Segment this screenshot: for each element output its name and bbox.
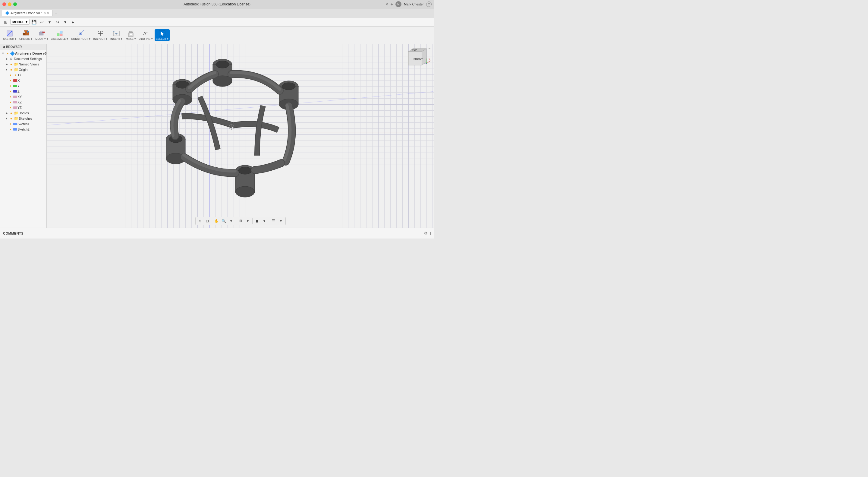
addins-icon: A + [142, 30, 150, 37]
tree-origin-xz[interactable]: ● XZ [0, 99, 46, 105]
toolbar-make[interactable]: MAKE ▾ [124, 29, 137, 41]
namedviews-visibility-icon[interactable]: ● [9, 62, 13, 66]
snap-button[interactable]: ⊕ [197, 218, 204, 224]
svg-rect-10 [57, 33, 59, 36]
environment-button[interactable]: ☰ [270, 218, 277, 224]
redo-button[interactable]: ↪ [54, 19, 61, 25]
toolbar-addins[interactable]: A + ADD-INS ▾ [138, 29, 154, 41]
toolbar-select[interactable]: SELECT ▾ [155, 29, 170, 41]
toolbar-inspect[interactable]: INSPECT ▾ [92, 29, 108, 41]
window-controls[interactable] [2, 2, 17, 6]
tree-bodies[interactable]: ▶ ● 📁 Bodies [0, 110, 46, 116]
insert-icon [113, 30, 120, 37]
make-icon [127, 30, 134, 37]
tree-origin-x[interactable]: ● X [0, 78, 46, 83]
add-tab-button[interactable]: + [53, 10, 59, 16]
quick-toolbar: ⊞ MODEL ▾ 💾 ↩ ▾ ↪ ▾ ▸ [0, 18, 434, 27]
z-visibility-icon[interactable]: ● [8, 89, 13, 93]
title-bar: Autodesk Fusion 360 (Education License) … [0, 0, 434, 8]
tree-origin[interactable]: ▼ ● 📁 Origin [0, 67, 46, 72]
viewport[interactable]: X Y Z FRONT TOP ⊕ ⊡ ✋ 🔍 ▾ 🖥 ▾ [47, 44, 434, 228]
add-tab-icon[interactable]: + [391, 2, 393, 7]
toolbar-assemble[interactable]: ASSEMBLE ▾ [50, 29, 69, 41]
maximize-button[interactable] [13, 2, 17, 6]
bodies-visibility-icon[interactable]: ● [9, 111, 13, 115]
toolbar-modify[interactable]: MODIFY ▾ [34, 29, 49, 41]
tree-namedviews[interactable]: ▶ ● 📁 Named Views [0, 61, 46, 67]
control-divider-3 [252, 218, 253, 224]
minimize-button[interactable] [8, 2, 11, 6]
zoom-dropdown[interactable]: ▾ [228, 218, 235, 224]
svg-text:TOP: TOP [412, 49, 417, 51]
yz-visibility-icon[interactable]: ● [8, 106, 13, 110]
sketch1-visibility-icon[interactable]: ● [8, 122, 13, 126]
sidebar-collapse-icon[interactable]: ◀ [2, 45, 5, 49]
tree-sketch2[interactable]: ● Sketch2 [0, 127, 46, 132]
svg-point-23 [114, 31, 115, 32]
display-button[interactable]: 🖥 [237, 218, 244, 224]
undo-dropdown[interactable]: ▾ [46, 19, 53, 25]
undo-button[interactable]: ↩ [38, 19, 45, 25]
pan-button[interactable]: ✋ [213, 218, 220, 224]
origin-label: Origin [19, 68, 27, 71]
sketch-label: SKETCH ▾ [3, 37, 16, 40]
tree-origin-yz[interactable]: ● YZ [0, 105, 46, 110]
save-button[interactable]: 💾 [31, 19, 37, 25]
svg-point-15 [80, 33, 82, 34]
sidebar-tree: ▼ ● 🔷 Airgineers Drone v0 ⊙ ▶ ⚙ Document… [0, 50, 46, 228]
comments-settings-icon[interactable]: ⚙ [424, 231, 428, 236]
sketches-label: Sketches [19, 117, 32, 120]
toolbar-construct[interactable]: CONSTRUCT ▾ [70, 29, 92, 41]
tab-close-icon[interactable]: × [47, 11, 49, 15]
help-icon[interactable]: ? [426, 1, 432, 7]
x-visibility-icon[interactable]: ● [8, 79, 13, 83]
bodies-folder-icon: 📁 [14, 111, 18, 115]
view-cube[interactable]: X Y Z FRONT TOP [407, 47, 431, 71]
toolbar-create[interactable]: + CREATE ▾ [18, 29, 33, 41]
display-dropdown[interactable]: ▾ [244, 218, 251, 224]
environment-dropdown[interactable]: ▾ [278, 218, 284, 224]
sketch2-visibility-icon[interactable]: ● [8, 127, 13, 131]
more-button[interactable]: ▸ [70, 19, 76, 25]
svg-rect-11 [60, 31, 62, 33]
app-title: Autodesk Fusion 360 (Education License) [184, 2, 250, 6]
tree-root[interactable]: ▼ ● 🔷 Airgineers Drone v0 ⊙ [0, 51, 46, 56]
y-visibility-icon[interactable]: ● [8, 84, 13, 88]
sketches-visibility-icon[interactable]: ● [9, 116, 13, 121]
redo-dropdown[interactable]: ▾ [62, 19, 69, 25]
insert-label: INSERT ▾ [110, 37, 122, 40]
visual-style-button[interactable]: ◼ [254, 218, 260, 224]
tree-sketches[interactable]: ▼ ● 📁 Sketches [0, 116, 46, 121]
tree-origin-y[interactable]: ● Y [0, 83, 46, 89]
root-arrow: ▼ [1, 52, 5, 55]
tab-drone[interactable]: 🔷 Airgineers Drone v0 * ⊙ × [2, 10, 53, 16]
model-dropdown[interactable]: MODEL ▾ [10, 19, 30, 25]
y-label: Y [18, 84, 20, 88]
tree-origin-z[interactable]: ● Z [0, 89, 46, 94]
root-visibility-icon[interactable]: ● [5, 51, 10, 56]
svg-point-40 [216, 61, 229, 68]
comments-collapse-icon[interactable]: | [430, 232, 431, 235]
tree-sketch1[interactable]: ● Sketch1 [0, 121, 46, 127]
origin-visibility-icon[interactable]: ● [9, 67, 13, 72]
toolbar-insert[interactable]: INSERT ▾ [109, 29, 124, 41]
close-icon[interactable]: × [386, 2, 388, 7]
sketch-icon [6, 30, 13, 37]
toolbar-sketch[interactable]: SKETCH ▾ [2, 29, 18, 41]
tree-origin-xy[interactable]: ● XY [0, 94, 46, 99]
xz-visibility-icon[interactable]: ● [8, 100, 13, 104]
yz-plane-icon [13, 107, 17, 109]
zoom-button[interactable]: 🔍 [221, 218, 227, 224]
visual-dropdown[interactable]: ▾ [261, 218, 268, 224]
o-visibility-icon[interactable]: ● [8, 73, 13, 77]
tree-origin-o[interactable]: ● ✦ O [0, 72, 46, 78]
close-button[interactable] [2, 2, 6, 6]
grid-icon[interactable]: ⊞ [2, 19, 9, 25]
xy-visibility-icon[interactable]: ● [8, 95, 13, 99]
xy-label: XY [18, 95, 22, 98]
docsettings-label: Document Settings [14, 57, 42, 61]
x-label: X [18, 79, 20, 82]
fit-button[interactable]: ⊡ [204, 218, 211, 224]
docsettings-gear-icon: ⚙ [9, 57, 13, 61]
tree-docsettings[interactable]: ▶ ⚙ Document Settings [0, 56, 46, 61]
